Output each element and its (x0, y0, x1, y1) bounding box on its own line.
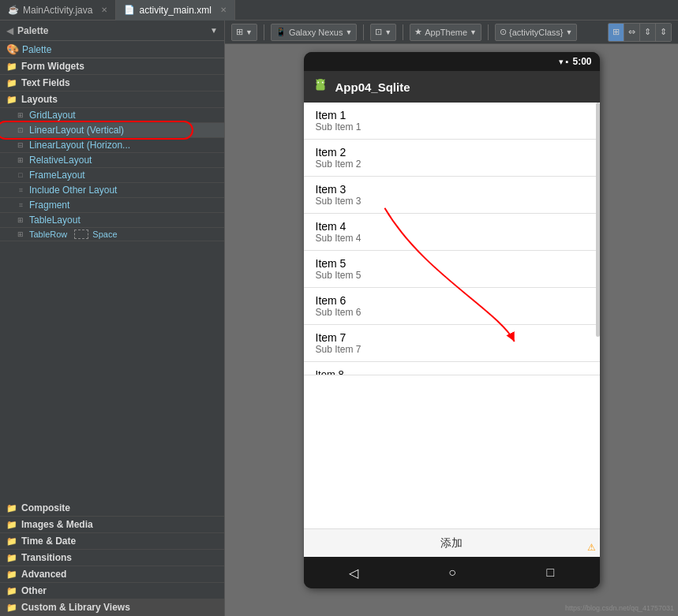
group-time-date-header[interactable]: 📁 Time & Date (0, 533, 224, 550)
design-view-btn[interactable]: ⊞ (609, 24, 624, 41)
close-tab-1[interactable]: ✕ (220, 6, 227, 14)
group-text-fields-header[interactable]: 📁 Text Fields (0, 75, 224, 91)
portrait-view-btn[interactable]: ⇔ (624, 24, 640, 41)
list-item-5: Item 5 Sub Item 5 (304, 251, 600, 288)
xml-view-btn[interactable]: ⇕ (656, 24, 671, 41)
item-linear-layout-v[interactable]: ⊡ LinearLayout (Vertical) (0, 123, 224, 138)
toolbar-sep-3 (403, 24, 403, 40)
chevron-down-icon-act: ▼ (565, 28, 572, 36)
close-tab-0[interactable]: ✕ (101, 6, 107, 14)
phone-content: Item 1 Sub Item 1 Item 2 Sub Item 2 Item… (304, 103, 600, 528)
list-item-2: Item 2 Sub Item 2 (304, 140, 600, 177)
table-row-icon: ⊞ (16, 230, 25, 239)
content-area: ⊞ ▼ 📱 Galaxy Nexus ▼ ⊡ ▼ ★ AppTheme ▼ (225, 21, 678, 616)
folder-icon-images: 📁 (6, 520, 17, 530)
group-custom-header[interactable]: 📁 Custom & Library Views (0, 599, 224, 616)
home-btn[interactable]: ○ (448, 566, 456, 580)
device-selector[interactable]: 📱 Galaxy Nexus ▼ (271, 24, 357, 41)
item-fragment[interactable]: ⌗ Fragment (0, 198, 224, 213)
add-button-area[interactable]: 添加 ⚠ (304, 528, 600, 557)
group-custom: 📁 Custom & Library Views (0, 599, 224, 616)
toolbar-sep-1 (264, 24, 264, 40)
back-btn[interactable]: ◁ (349, 566, 358, 581)
item-table-row-space[interactable]: ⊞ TableRow Space (0, 228, 224, 241)
android-icon (312, 78, 329, 95)
group-layouts: 📁 Layouts ⊞ GridLayout ⊡ LinearLayout (V… (0, 91, 224, 241)
list-item-8-partial: Item 8 (304, 362, 600, 375)
svg-point-2 (317, 82, 319, 84)
group-layouts-header[interactable]: 📁 Layouts (0, 91, 224, 108)
sidebar: ◀ Palette ▼ 🎨 Palette 📁 Form Widgets 📁 T… (0, 21, 225, 616)
tab-activitymain[interactable]: 📄 activity_main.xml ✕ (116, 0, 234, 21)
svg-line-4 (316, 80, 317, 80)
text-view-btn[interactable]: ⇕ (640, 24, 656, 41)
folder-icon-custom: 📁 (6, 603, 17, 613)
palette-expand-icon[interactable]: ▼ (210, 26, 218, 35)
view-btn-group: ⊞ ⇔ ⇕ ⇕ (608, 23, 672, 42)
theme-selector[interactable]: ★ AppTheme ▼ (410, 24, 481, 41)
toolbar-dropdown-left[interactable]: ⊞ ▼ (231, 24, 257, 41)
item-linear-layout-h[interactable]: ⊟ LinearLayout (Horizon... (0, 138, 224, 153)
preview-area: ▾ ▪ 5:00 App04_Sql (225, 44, 678, 616)
space-icon (74, 230, 88, 239)
palette-label-row: 🎨 Palette (0, 41, 224, 58)
group-form-widgets-header[interactable]: 📁 Form Widgets (0, 58, 224, 75)
list-item-3: Item 3 Sub Item 3 (304, 177, 600, 214)
include-icon: ⌗ (16, 185, 25, 195)
folder-icon-other: 📁 (6, 586, 17, 596)
list-item-7: Item 7 Sub Item 7 (304, 325, 600, 362)
activity-icon: ⊙ (500, 27, 507, 37)
item-include-other[interactable]: ⌗ Include Other Layout (0, 183, 224, 198)
relative-layout-icon: ⊞ (16, 155, 25, 165)
linear-layout-h-icon: ⊟ (16, 140, 25, 150)
group-advanced-header[interactable]: 📁 Advanced (0, 566, 224, 583)
tab-bar: ☕ MainActivity.java ✕ 📄 activity_main.xm… (0, 0, 678, 21)
orientation-btn[interactable]: ⊡ ▼ (370, 24, 396, 41)
group-composite: 📁 Composite (0, 500, 224, 517)
phone-nav-bar: ◁ ○ □ (304, 557, 600, 588)
palette-label: 🎨 Palette (6, 43, 51, 55)
item-grid-layout[interactable]: ⊞ GridLayout (0, 108, 224, 123)
frame-layout-icon: □ (16, 170, 25, 180)
list-item-4: Item 4 Sub Item 4 (304, 214, 600, 251)
folder-icon-time: 📁 (6, 536, 17, 547)
scrollbar[interactable] (596, 103, 600, 337)
folder-icon: 📁 (6, 62, 17, 72)
java-icon: ☕ (8, 5, 19, 15)
phone-preview: ▾ ▪ 5:00 App04_Sql (304, 52, 600, 588)
sidebar-spacer (0, 241, 224, 500)
orientation-icon: ⊡ (375, 27, 382, 37)
group-images-media-header[interactable]: 📁 Images & Media (0, 517, 224, 533)
folder-icon-trans: 📁 (6, 553, 17, 563)
folder-icon-composite: 📁 (6, 503, 17, 513)
group-other-header[interactable]: 📁 Other (0, 583, 224, 599)
chevron-down-icon: ▼ (245, 28, 253, 36)
table-layout-icon: ⊞ (16, 215, 25, 225)
group-images-media: 📁 Images & Media (0, 517, 224, 533)
group-transitions-header[interactable]: 📁 Transitions (0, 550, 224, 566)
folder-icon-tf: 📁 (6, 78, 17, 88)
svg-line-5 (323, 80, 324, 80)
fragment-icon: ⌗ (16, 200, 25, 210)
watermark: https://blog.csdn.net/qq_41757031 (565, 604, 674, 612)
item-frame-layout[interactable]: □ FrameLayout (0, 168, 224, 183)
grid-layout-icon: ⊞ (16, 110, 25, 120)
toolbar-sep-4 (488, 24, 489, 40)
chevron-down-icon-theme: ▼ (470, 28, 477, 36)
xml-icon: 📄 (124, 5, 135, 15)
recents-btn[interactable]: □ (547, 566, 555, 580)
group-advanced: 📁 Advanced (0, 566, 224, 583)
item-table-layout[interactable]: ⊞ TableLayout (0, 213, 224, 228)
folder-icon-layouts: 📁 (6, 95, 17, 105)
item-relative-layout[interactable]: ⊞ RelativeLayout (0, 153, 224, 168)
activity-class-selector[interactable]: ⊙ {activityClass} ▼ (495, 24, 577, 41)
group-composite-header[interactable]: 📁 Composite (0, 500, 224, 517)
toolbar: ⊞ ▼ 📱 Galaxy Nexus ▼ ⊡ ▼ ★ AppTheme ▼ (225, 21, 678, 44)
list-item-1: Item 1 Sub Item 1 (304, 103, 600, 140)
svg-point-3 (321, 82, 323, 84)
chevron-down-icon-device: ▼ (345, 28, 352, 36)
tab-mainactivity[interactable]: ☕ MainActivity.java ✕ (0, 0, 116, 21)
signal-icon: ▪ (566, 57, 569, 66)
phone-status-bar: ▾ ▪ 5:00 (304, 52, 600, 71)
list-item-6: Item 6 Sub Item 6 (304, 288, 600, 325)
